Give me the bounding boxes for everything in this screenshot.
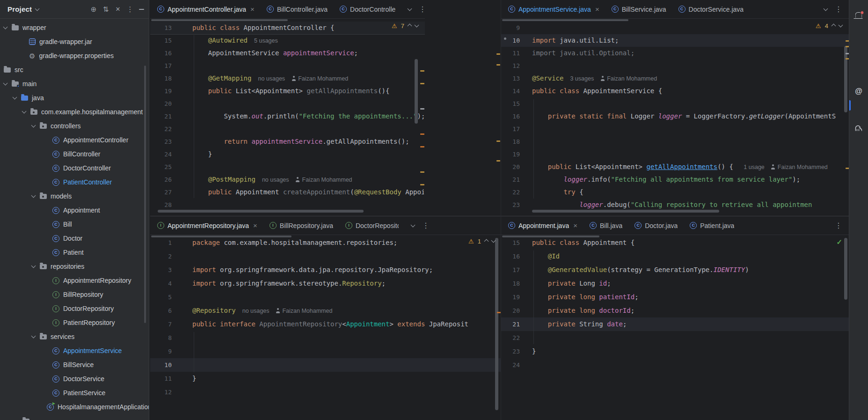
line-number[interactable]: 18: [150, 72, 172, 85]
usages-inlay-hint[interactable]: 3 usages: [570, 75, 594, 82]
code-text[interactable]: public class AppointmentService {: [532, 85, 848, 97]
tree-item-DoctorController[interactable]: CDoctorController: [0, 161, 149, 175]
tree-item-controllers[interactable]: controllers: [0, 119, 149, 133]
code-line-14[interactable]: 14public class AppointmentService {: [501, 85, 849, 97]
tree-item-models[interactable]: models: [0, 189, 149, 203]
code-line-9[interactable]: 9: [150, 345, 501, 358]
code-line-18[interactable]: 18: [501, 135, 849, 148]
prev-warning-icon[interactable]: [484, 239, 489, 244]
tab-BillRepository.java[interactable]: IBillRepository.java: [263, 216, 339, 235]
tab-AppointmentService.java[interactable]: CAppointmentService.java×: [502, 0, 605, 18]
editor-split-horizontal-divider[interactable]: [150, 216, 849, 216]
tree-item-java[interactable]: java: [0, 91, 149, 105]
tree-item-AppointmentRepository[interactable]: IAppointmentRepository: [0, 273, 149, 287]
tree-item-Bill[interactable]: CBill: [0, 217, 149, 231]
next-warning-icon[interactable]: [491, 238, 496, 243]
line-number[interactable]: 9: [501, 22, 520, 34]
ai-assistant-icon[interactable]: @: [855, 87, 862, 96]
line-number[interactable]: 24: [501, 358, 520, 372]
tree-expand-chevron-icon[interactable]: [22, 109, 27, 114]
tree-item-AppointmentController[interactable]: CAppointmentController: [0, 133, 149, 147]
line-number[interactable]: 19: [501, 290, 520, 304]
code-line-19[interactable]: 19: [501, 148, 849, 161]
inspections-widget[interactable]: ⚠4: [816, 22, 842, 29]
line-number[interactable]: 22: [501, 331, 520, 345]
author-inlay-hint[interactable]: Faizan Mohammed: [600, 75, 657, 82]
line-number[interactable]: 1: [150, 236, 172, 250]
tree-item-DoctorService[interactable]: CDoctorService: [0, 372, 149, 386]
code-text[interactable]: public Appointment createAppointment(@Re…: [192, 186, 424, 199]
code-line-13[interactable]: 13@Service3 usagesFaizan Mohammed: [501, 72, 849, 85]
code-line-2[interactable]: 2: [150, 250, 501, 263]
expand-collapse-icon[interactable]: ⇅: [102, 6, 110, 13]
tree-item-BillRepository[interactable]: IBillRepository: [0, 287, 149, 302]
usages-inlay-hint[interactable]: no usages: [242, 308, 270, 314]
code-line-17[interactable]: 17: [150, 59, 425, 72]
code-text[interactable]: @Service3 usagesFaizan Mohammed: [532, 72, 848, 85]
code-line-20[interactable]: 20 public List<Appointment> getAllAppoin…: [501, 161, 849, 173]
tree-item-PatientService[interactable]: CPatientService: [0, 386, 149, 400]
tab-DoctorController.java[interactable]: CDoctorController.java: [334, 0, 401, 18]
code-line-19[interactable]: 19 private long patientId;: [501, 290, 849, 304]
line-number[interactable]: 3: [150, 263, 172, 277]
project-tree-scrollbar[interactable]: [144, 66, 146, 323]
tree-expand-chevron-icon[interactable]: [31, 334, 36, 339]
scrollbar-thumb[interactable]: [844, 238, 847, 300]
code-text[interactable]: import org.springframework.stereotype.Re…: [192, 277, 500, 290]
code-line-23[interactable]: 23 return appointmentService.getAllAppoi…: [150, 135, 425, 148]
code-line-12[interactable]: 12: [501, 59, 849, 72]
code-line-24[interactable]: 24: [501, 358, 849, 372]
line-number[interactable]: 16: [150, 47, 172, 59]
code-text[interactable]: public List<Appointment> getAllAppointme…: [192, 85, 424, 97]
line-number[interactable]: 17: [501, 123, 520, 135]
code-text[interactable]: logger.info("Fetching all appointments f…: [532, 173, 848, 186]
line-number[interactable]: 15: [150, 34, 172, 47]
scrollbar-thumb[interactable]: [844, 46, 847, 112]
code-line-20[interactable]: 20: [150, 97, 425, 110]
line-number[interactable]: 15: [501, 236, 520, 250]
code-text[interactable]: try {: [532, 186, 848, 199]
code-line-24[interactable]: 24 }: [150, 148, 425, 161]
line-number[interactable]: 6: [150, 304, 172, 317]
next-warning-icon[interactable]: [415, 23, 419, 28]
tree-item-HospitalmanagementApplication[interactable]: CHospitalmanagementApplication: [0, 400, 149, 414]
line-number[interactable]: 13: [150, 22, 172, 34]
scrollbar-thumb[interactable]: [151, 19, 288, 21]
code-line-27[interactable]: 27 public Appointment createAppointment(…: [150, 186, 425, 199]
tab-Bill.java[interactable]: CBill.java: [584, 216, 628, 235]
close-tab-icon[interactable]: ×: [595, 7, 599, 12]
line-number[interactable]: 7: [150, 317, 172, 331]
tab-AppointmentController.java[interactable]: CAppointmentController.java×: [151, 0, 261, 18]
code-line-5[interactable]: 5: [150, 290, 501, 304]
code-line-11[interactable]: 11}: [150, 372, 501, 385]
code-line-8[interactable]: 8: [150, 331, 501, 345]
line-number[interactable]: 24: [150, 148, 172, 161]
usages-inlay-hint[interactable]: no usages: [262, 177, 289, 183]
code-text[interactable]: logger.debug("Calling repository to retr…: [532, 199, 848, 211]
chevron-down-icon[interactable]: [35, 6, 40, 11]
line-number[interactable]: 14: [501, 85, 520, 97]
line-number[interactable]: 19: [150, 85, 172, 97]
tab-BillService.java[interactable]: CBillService.java: [605, 0, 672, 18]
line-number[interactable]: 15: [501, 97, 520, 110]
tree-item-DoctorRepository[interactable]: IDoctorRepository: [0, 302, 149, 316]
code-text[interactable]: public class Appointment {: [532, 236, 848, 250]
author-inlay-hint[interactable]: Faizan Mohammed: [296, 177, 352, 183]
code-line-22[interactable]: 22: [501, 331, 849, 345]
code-text[interactable]: @GeneratedValue(strategy = GenerationTyp…: [532, 263, 848, 277]
editor-split-vertical-divider[interactable]: [501, 0, 501, 420]
code-line-15[interactable]: 15: [501, 97, 849, 110]
line-number[interactable]: 10: [501, 34, 520, 47]
collapse-all-icon[interactable]: ✕: [114, 6, 122, 13]
code-line-22[interactable]: 22: [150, 123, 425, 135]
tree-item-PatientController[interactable]: CPatientController: [0, 175, 149, 189]
line-number[interactable]: 11: [150, 372, 172, 385]
tab-options-kebab-icon[interactable]: ⋮: [835, 6, 842, 13]
line-number[interactable]: 18: [501, 277, 520, 290]
line-number[interactable]: 20: [501, 304, 520, 317]
tree-item-repositories[interactable]: repositories: [0, 259, 149, 273]
code-line-10[interactable]: 10import java.util.List;: [501, 34, 849, 47]
close-tab-icon[interactable]: ×: [253, 223, 257, 228]
more-options-icon[interactable]: ⋮: [126, 6, 134, 13]
line-number[interactable]: 12: [150, 385, 172, 399]
